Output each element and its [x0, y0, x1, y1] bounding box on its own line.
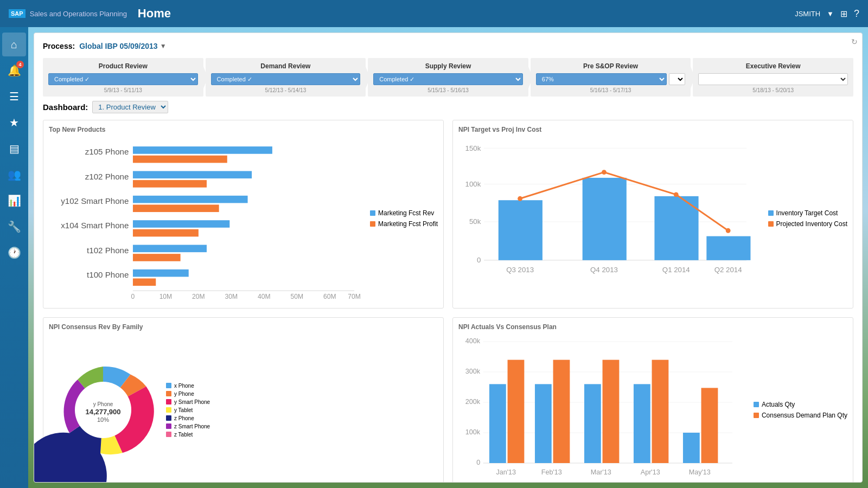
svg-text:50M: 50M — [290, 293, 303, 300]
sidebar-item-favorites[interactable]: ★ — [2, 111, 26, 134]
svg-text:100k: 100k — [465, 428, 481, 436]
sidebar-item-alerts[interactable]: 🔔 4 — [2, 59, 26, 82]
svg-rect-5 — [133, 180, 207, 188]
svg-rect-13 — [133, 245, 207, 253]
refresh-icon[interactable]: ↻ — [851, 37, 858, 46]
content-panel: Process: Global IBP 05/09/2013 ▼ Product… — [34, 33, 863, 483]
user-dropdown-icon[interactable]: ▼ — [827, 10, 834, 18]
star-icon: ★ — [9, 116, 19, 129]
step-executive-review: Executive Review 5/18/13 - 5/20/13 — [693, 58, 853, 97]
help-icon[interactable]: ? — [854, 8, 859, 20]
sidebar-item-history[interactable]: 🕐 — [2, 241, 26, 265]
legend-item-marketing-rev: Marketing Fcst Rev — [370, 209, 438, 217]
charts-grid: Top New Products z105 Phone z102 Phone — [43, 120, 853, 481]
svg-text:40M: 40M — [258, 293, 271, 300]
step-supply-review-dropdown[interactable]: Completed ✓ — [373, 73, 523, 85]
main-content: Process: Global IBP 05/09/2013 ▼ Product… — [28, 27, 868, 488]
svg-rect-8 — [133, 204, 219, 212]
grid-icon[interactable]: ⊞ — [840, 9, 847, 19]
svg-text:x104 Smart Phone: x104 Smart Phone — [61, 221, 129, 230]
svg-rect-38 — [706, 236, 750, 260]
svg-text:Q1 2014: Q1 2014 — [662, 266, 690, 274]
legend-dot-zsmartphone — [166, 423, 171, 429]
svg-rect-66 — [603, 360, 620, 463]
sidebar: ⌂ 🔔 4 ☰ ★ ▤ 👥 📊 🔧 🕐 — [0, 27, 28, 488]
svg-rect-11 — [133, 229, 199, 237]
step-executive-review-date: 5/18/13 - 5/20/13 — [698, 87, 848, 93]
step-demand-review: Demand Review Completed ✓ 5/12/13 - 5/14… — [206, 58, 366, 97]
users-icon: 👥 — [8, 168, 21, 181]
step-supply-review-status: Completed ✓ — [373, 73, 523, 85]
svg-rect-2 — [133, 156, 227, 163]
legend-label-ztablet: z Tablet — [174, 432, 193, 438]
svg-rect-67 — [634, 384, 650, 464]
step-presop-review-dropdown[interactable]: 67% — [536, 73, 667, 85]
process-name: Global IBP 05/09/2013 — [79, 42, 158, 50]
legend-label-yphone: y Phone — [174, 391, 194, 397]
legend-label-marketing-rev: Marketing Fcst Rev — [378, 209, 434, 217]
svg-rect-68 — [652, 360, 669, 463]
svg-rect-61 — [489, 384, 506, 464]
step-product-review-dropdown[interactable]: Completed ✓ — [48, 73, 198, 85]
step-presop-review-title: Pre S&OP Review — [536, 62, 686, 70]
svg-text:0: 0 — [477, 256, 481, 264]
legend-dot-orange — [370, 221, 375, 227]
dashboard-header: Dashboard: 1. Product Review ↻ — [43, 101, 853, 113]
svg-rect-16 — [133, 269, 189, 277]
chart-top-new-products-title: Top New Products — [49, 126, 438, 133]
step-presop-review-arrow[interactable] — [669, 73, 685, 85]
svg-text:y102 Smart Phone: y102 Smart Phone — [61, 196, 129, 206]
svg-text:May'13: May'13 — [689, 468, 711, 476]
step-demand-review-status: Completed ✓ — [211, 73, 361, 85]
chart-npi-target: NPI Target vs Proj Inv Cost 150k 100k 50… — [452, 120, 853, 309]
svg-point-41 — [674, 192, 679, 197]
svg-text:t100 Phone: t100 Phone — [87, 270, 129, 279]
svg-text:Apr'13: Apr'13 — [641, 468, 660, 476]
legend-label-proj-inv: Projected Inventory Cost — [776, 220, 847, 228]
legend-item-yphone: y Phone — [166, 391, 210, 397]
svg-point-39 — [518, 196, 522, 201]
step-executive-review-title: Executive Review — [698, 62, 848, 70]
svg-text:0: 0 — [476, 459, 480, 466]
npi-target-svg: 150k 100k 50k 0 — [458, 137, 763, 300]
alert-badge: 4 — [16, 61, 24, 68]
sidebar-item-tasks[interactable]: ☰ — [2, 85, 26, 108]
pie-chart-svg: y Phone 14,277,900 10% — [49, 356, 157, 464]
sidebar-item-home[interactable]: ⌂ — [2, 33, 26, 56]
username[interactable]: JSMITH — [795, 10, 820, 18]
home-icon: ⌂ — [11, 38, 17, 51]
legend-item-zphone: z Phone — [166, 415, 210, 421]
chart-top-new-products: Top New Products z105 Phone z102 Phone — [43, 120, 444, 309]
dashboard-select[interactable]: 1. Product Review — [92, 101, 168, 113]
step-executive-review-status — [698, 73, 848, 85]
step-demand-review-dropdown[interactable]: Completed ✓ — [211, 73, 361, 85]
svg-point-40 — [602, 170, 607, 175]
sidebar-item-tools[interactable]: 🔧 — [2, 215, 26, 239]
step-demand-review-date: 5/12/13 - 5/14/13 — [211, 87, 361, 93]
svg-text:70M: 70M — [348, 293, 361, 300]
step-presop-review: Pre S&OP Review 67% 5/16/13 - 5/17/13 — [531, 58, 691, 97]
sidebar-item-items[interactable]: ▤ — [2, 137, 26, 160]
legend-item-consensus: Consensus Demand Plan Qty — [754, 412, 847, 419]
sidebar-item-charts[interactable]: 📊 — [2, 189, 26, 213]
legend-item-ytablet: y Tablet — [166, 407, 210, 413]
sidebar-item-users[interactable]: 👥 — [2, 163, 26, 187]
legend-item-xphone: x Phone — [166, 383, 210, 389]
legend-item-proj-inv: Projected Inventory Cost — [768, 220, 847, 228]
legend-item-marketing-profit: Marketing Fcst Profit — [370, 220, 438, 228]
svg-rect-14 — [133, 254, 181, 261]
legend-label-zsmartphone: z Smart Phone — [174, 423, 210, 429]
process-label: Process: — [43, 42, 75, 50]
dashboard-label: Dashboard: — [43, 102, 88, 112]
npi-actuals-svg: 400k 300k 200k 100k 0 — [458, 334, 748, 483]
step-executive-review-dropdown[interactable] — [698, 73, 848, 85]
svg-text:z102 Phone: z102 Phone — [85, 172, 129, 181]
svg-text:200k: 200k — [465, 398, 481, 406]
chart-npi-actuals: NPI Actuals Vs Consensus Plan 400k 300k … — [452, 317, 853, 483]
chart-npi-actuals-title: NPI Actuals Vs Consensus Plan — [458, 323, 847, 331]
svg-text:Q4 2013: Q4 2013 — [590, 266, 618, 274]
svg-rect-17 — [133, 278, 156, 286]
svg-text:14,277,900: 14,277,900 — [85, 408, 120, 416]
process-dropdown[interactable]: ▼ — [160, 42, 167, 50]
steps-container: Product Review Completed ✓ 5/9/13 - 5/11… — [43, 58, 853, 97]
